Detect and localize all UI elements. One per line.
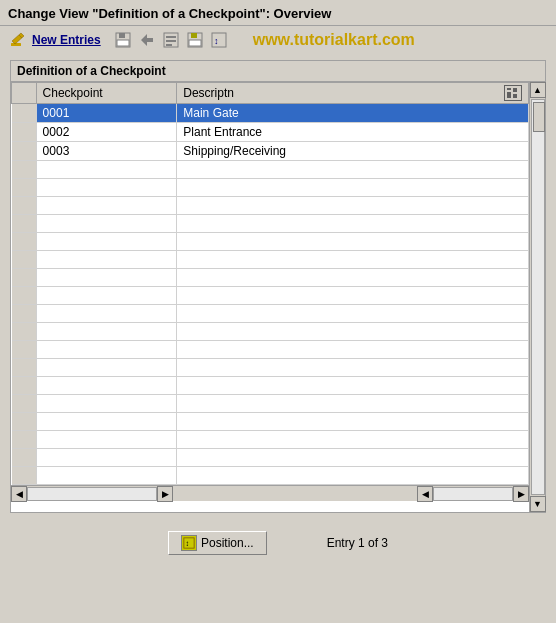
svg-rect-0 <box>11 43 21 46</box>
cell-descriptn: Shipping/Receiving <box>177 142 529 161</box>
cell-empty <box>36 467 177 485</box>
svg-text:↕: ↕ <box>214 36 219 46</box>
row-indicator-empty <box>12 197 37 215</box>
toolbar-icon-4[interactable] <box>185 30 205 50</box>
toolbar-icon-5[interactable]: ↕ <box>209 30 229 50</box>
row-indicator-empty <box>12 359 37 377</box>
cell-empty <box>177 323 529 341</box>
table-row-empty <box>12 197 529 215</box>
cell-empty <box>177 377 529 395</box>
cell-empty <box>36 251 177 269</box>
cell-empty <box>177 305 529 323</box>
cell-empty <box>36 359 177 377</box>
h-scroll-left[interactable]: ◀ <box>11 486 27 502</box>
table-row[interactable]: 0003Shipping/Receiving <box>12 142 529 161</box>
new-entries-icon[interactable] <box>8 30 28 50</box>
h-scroll-track-right[interactable] <box>433 487 513 501</box>
row-indicator-empty <box>12 413 37 431</box>
vertical-scrollbar[interactable]: ▲ ▼ <box>529 82 545 512</box>
v-scroll-down[interactable]: ▼ <box>530 496 546 512</box>
h-scroll-track-left[interactable] <box>27 487 157 501</box>
save-icon[interactable] <box>113 30 133 50</box>
cell-empty <box>177 467 529 485</box>
row-indicator-empty <box>12 251 37 269</box>
cell-empty <box>36 305 177 323</box>
cell-empty <box>36 161 177 179</box>
table-row-empty <box>12 179 529 197</box>
svg-rect-10 <box>166 44 172 46</box>
footer-section: ↕ Position... Entry 1 of 3 <box>10 521 546 565</box>
table-row-empty <box>12 233 529 251</box>
table-row-empty <box>12 251 529 269</box>
cell-empty <box>177 197 529 215</box>
cell-empty <box>36 179 177 197</box>
row-indicator-empty <box>12 449 37 467</box>
table-header-row: Checkpoint Descriptn <box>12 83 529 104</box>
row-indicator-empty <box>12 341 37 359</box>
svg-rect-8 <box>166 36 176 38</box>
svg-marker-1 <box>12 33 24 44</box>
data-table: Checkpoint Descriptn <box>11 82 529 485</box>
table-scroll-area: Checkpoint Descriptn <box>11 82 529 512</box>
table-row-empty <box>12 323 529 341</box>
cell-empty <box>36 377 177 395</box>
cell-empty <box>36 395 177 413</box>
cell-empty <box>36 323 177 341</box>
row-indicator-empty <box>12 395 37 413</box>
svg-rect-5 <box>117 40 129 46</box>
svg-rect-9 <box>166 40 176 42</box>
cell-empty <box>36 341 177 359</box>
row-indicator <box>12 142 37 161</box>
header-indicator-col <box>12 83 37 104</box>
cell-empty <box>177 431 529 449</box>
position-button[interactable]: ↕ Position... <box>168 531 267 555</box>
h-scroll-right-1[interactable]: ▶ <box>157 486 173 502</box>
cell-empty <box>36 197 177 215</box>
row-indicator-empty <box>12 287 37 305</box>
table-row-empty <box>12 431 529 449</box>
h-scroll-left-2[interactable]: ◀ <box>417 486 433 502</box>
row-indicator-empty <box>12 467 37 485</box>
row-indicator-empty <box>12 305 37 323</box>
v-scroll-track[interactable] <box>531 99 545 495</box>
table-row-empty <box>12 161 529 179</box>
horizontal-scrollbar[interactable]: ◀ ▶ ◀ ▶ <box>11 485 529 501</box>
cell-empty <box>177 215 529 233</box>
v-scroll-thumb[interactable] <box>533 102 545 132</box>
v-scroll-up[interactable]: ▲ <box>530 82 546 98</box>
table-row[interactable]: 0001Main Gate <box>12 104 529 123</box>
col-descriptn: Descriptn <box>177 83 529 104</box>
page-title: Change View "Definition of a Checkpoint"… <box>8 6 331 21</box>
row-indicator-empty <box>12 215 37 233</box>
watermark-text: www.tutorialkart.com <box>253 31 415 49</box>
cell-empty <box>36 215 177 233</box>
cell-empty <box>177 449 529 467</box>
table-row-empty <box>12 467 529 485</box>
cell-empty <box>177 413 529 431</box>
cell-empty <box>177 395 529 413</box>
back-icon[interactable] <box>137 30 157 50</box>
cell-checkpoint: 0002 <box>36 123 177 142</box>
row-indicator <box>12 104 37 123</box>
toolbar-icon-3[interactable] <box>161 30 181 50</box>
svg-rect-12 <box>191 33 197 38</box>
column-chooser-icon[interactable] <box>504 85 522 101</box>
position-btn-icon: ↕ <box>181 535 197 551</box>
table-row-empty <box>12 341 529 359</box>
cell-empty <box>177 251 529 269</box>
table-row-empty <box>12 215 529 233</box>
table-wrapper: Checkpoint Descriptn <box>11 82 545 512</box>
h-scroll-right-2[interactable]: ▶ <box>513 486 529 502</box>
table-row-empty <box>12 395 529 413</box>
svg-rect-13 <box>189 40 201 46</box>
svg-rect-16 <box>507 88 511 98</box>
col-checkpoint: Checkpoint <box>36 83 177 104</box>
row-indicator-empty <box>12 377 37 395</box>
row-indicator-empty <box>12 431 37 449</box>
row-indicator-empty <box>12 161 37 179</box>
table-row[interactable]: 0002Plant Entrance <box>12 123 529 142</box>
svg-rect-19 <box>513 92 517 94</box>
cell-empty <box>177 161 529 179</box>
row-indicator-empty <box>12 179 37 197</box>
new-entries-label[interactable]: New Entries <box>32 33 101 47</box>
